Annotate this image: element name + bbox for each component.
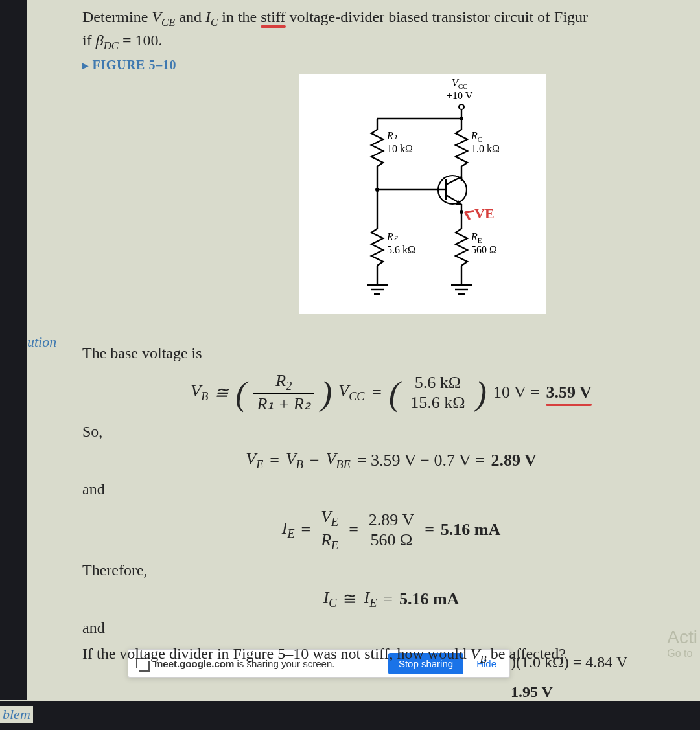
svg-point-22 [460,210,463,214]
svg-text:RE: RE [471,231,482,244]
svg-text:R₁: R₁ [386,130,397,141]
figure-label: FIGURE 5–10 [82,58,700,73]
svg-text:RC: RC [471,130,482,143]
svg-text:R₂: R₂ [386,231,398,242]
window-left-border [0,0,27,700]
svg-text:560 Ω: 560 Ω [471,244,497,255]
svg-text:5.6 kΩ: 5.6 kΩ [387,244,415,255]
textbook-page: Determine VCE and IC in the stiff voltag… [27,0,700,700]
margin-label-solution: ution [27,334,56,350]
svg-text:10 kΩ: 10 kΩ [387,143,413,154]
equation-ie: IE = VE RE = 2.89 V 560 Ω = 5.16 mA [82,507,700,552]
related-problem: If the voltage divider in Figure 5–10 wa… [82,645,694,666]
ground-icon-right [451,285,472,294]
equation-ve: VE = VB − VBE = 3.59 V − 0.7 V = 2.89 V [82,450,700,472]
margin-label-problem: blem [0,706,33,723]
vcc-value: +10 V [447,90,473,101]
annotation-ve: VE [474,205,495,222]
ground-icon-left [367,285,388,294]
problem-statement: Determine VCE and IC in the stiff voltag… [82,6,700,54]
svg-point-0 [459,104,464,109]
svg-text:1.0 kΩ: 1.0 kΩ [471,143,500,154]
solution-intro: The base voltage is [82,345,700,362]
annotation-stiff: stiff [261,8,285,25]
equation-ic: IC ≅ IE = 5.16 mA [82,588,700,610]
circuit-figure: VCC +10 V R₁ 10 kΩ RC 1.0 kΩ [299,74,546,314]
equation-vb: VB ≅ ( R2 R₁ + R₂ ) VCC = ( 5.6 kΩ 15.6 … [82,371,700,414]
solution-body: The base voltage is VB ≅ ( R2 R₁ + R₂ ) … [82,345,700,637]
result-vb: 3.59 V [546,383,591,402]
vcc-label: VCC [452,77,467,90]
